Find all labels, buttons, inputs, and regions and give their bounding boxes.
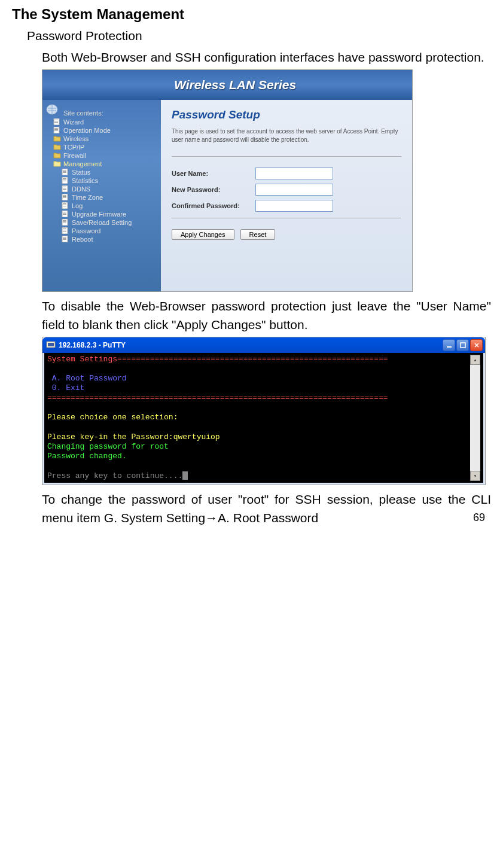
file-icon (62, 185, 69, 192)
form-label: New Password: (172, 186, 255, 193)
web-browser-screenshot: Wireless LAN Series Site contents: Wizar… (42, 69, 491, 292)
sidebar-item-label: Time Zone (72, 194, 103, 201)
web-content-panel: Password Setup This page is used to set … (161, 100, 412, 292)
terminal-line (47, 461, 469, 471)
scrollbar[interactable]: ▴ ▾ (470, 355, 480, 481)
new-password-input[interactable] (255, 184, 333, 196)
sidebar-item-label: Reboot (72, 236, 93, 243)
page-number: 69 (473, 511, 485, 524)
svg-rect-37 (62, 227, 68, 234)
svg-rect-43 (63, 238, 66, 239)
content-title: Password Setup (172, 108, 401, 121)
putty-screenshot: 192.168.2.3 - PuTTY System Settings=====… (42, 337, 491, 485)
reset-button[interactable]: Reset (240, 229, 276, 240)
sidebar-item-save-reload-setting[interactable]: Save/Reload Setting (45, 218, 158, 227)
svg-rect-11 (63, 171, 66, 172)
sidebar-item-wizard[interactable]: Wizard (45, 118, 158, 126)
svg-rect-34 (63, 220, 66, 221)
svg-rect-15 (63, 179, 66, 180)
terminal-line: Password changed. (47, 452, 469, 461)
form-row: User Name: (172, 167, 401, 179)
sidebar-item-label: Operation Mode (63, 127, 111, 134)
svg-rect-3 (54, 121, 58, 121)
folder-icon (53, 152, 61, 159)
terminal-cursor (182, 471, 188, 480)
svg-rect-2 (54, 120, 58, 120)
svg-rect-14 (63, 178, 66, 179)
svg-rect-42 (63, 237, 66, 237)
svg-rect-38 (63, 229, 66, 229)
sidebar-item-upgrade-firmware[interactable]: Upgrade Firmware (45, 210, 158, 218)
apply-changes-button[interactable]: Apply Changes (172, 229, 234, 240)
file-icon (62, 202, 69, 209)
terminal-line: A. Root Password (47, 374, 469, 383)
divider (172, 218, 401, 218)
sidebar-item-status[interactable]: Status (45, 168, 158, 176)
terminal-line (47, 403, 469, 413)
minimize-button[interactable] (443, 339, 455, 351)
sidebar-item-reboot[interactable]: Reboot (45, 235, 158, 243)
svg-rect-35 (63, 221, 66, 222)
file-icon (62, 211, 69, 217)
svg-rect-41 (62, 236, 68, 242)
svg-rect-26 (63, 203, 66, 204)
sidebar-item-time-zone[interactable]: Time Zone (45, 193, 158, 202)
putty-title-text: 192.168.2.3 - PuTTY (59, 341, 126, 349)
sidebar-item-ddns[interactable]: DDNS (45, 185, 158, 193)
divider (172, 156, 401, 157)
sidebar-item-tcp-ip[interactable]: TCP/IP (45, 143, 158, 151)
sidebar-item-operation-mode[interactable]: Operation Mode (45, 126, 158, 135)
svg-rect-8 (54, 130, 58, 131)
svg-rect-48 (461, 343, 465, 348)
sidebar-item-log[interactable]: Log (45, 202, 158, 210)
sidebar-item-label: Firewall (63, 152, 86, 159)
form-row: New Password: (172, 184, 401, 196)
paragraph-2: To disable the Web-Browser password prot… (42, 297, 491, 334)
page-heading: The System Management (12, 6, 491, 23)
folder-icon (53, 160, 61, 167)
sidebar-item-label: Log (72, 202, 83, 209)
svg-rect-27 (63, 205, 66, 205)
file-icon (62, 177, 69, 184)
close-button[interactable] (470, 339, 483, 351)
maximize-button[interactable] (456, 339, 469, 351)
terminal-line: System Settings=========================… (47, 355, 469, 364)
svg-rect-22 (63, 195, 66, 196)
sidebar-item-label: Password (72, 227, 100, 234)
sidebar-item-firewall[interactable]: Firewall (45, 151, 158, 160)
sidebar-item-wireless[interactable]: Wireless (45, 135, 158, 143)
putty-app-icon (46, 341, 56, 349)
svg-rect-47 (447, 346, 452, 348)
content-description: This page is used to set the account to … (172, 127, 401, 144)
file-icon (62, 227, 69, 234)
svg-rect-24 (63, 197, 66, 198)
paragraph-3: To change the password of user "root" fo… (42, 490, 491, 528)
svg-rect-29 (62, 211, 68, 217)
web-sidebar: Site contents: WizardOperation ModeWirel… (42, 100, 161, 292)
svg-rect-4 (54, 122, 58, 123)
scroll-down-arrow[interactable]: ▾ (470, 471, 480, 481)
sidebar-item-statistics[interactable]: Statistics (45, 176, 158, 185)
form-label: Confirmed Password: (172, 202, 255, 209)
sidebar-item-management[interactable]: Management (45, 160, 158, 168)
terminal-line: Please choice one selection: (47, 413, 469, 422)
svg-rect-1 (54, 118, 59, 125)
terminal-line: ========================================… (47, 394, 469, 403)
svg-rect-16 (63, 181, 66, 181)
svg-rect-23 (63, 196, 66, 197)
file-icon (62, 169, 69, 175)
sidebar-item-label: Statistics (72, 177, 98, 184)
svg-rect-5 (54, 127, 59, 133)
svg-rect-20 (63, 189, 66, 190)
svg-rect-33 (62, 219, 68, 226)
sidebar-item-password[interactable]: Password (45, 227, 158, 235)
user-name-input[interactable] (255, 167, 333, 179)
svg-rect-19 (63, 188, 66, 188)
svg-rect-40 (63, 231, 66, 232)
svg-rect-12 (63, 172, 66, 173)
svg-rect-36 (63, 223, 66, 223)
confirmed-password-input[interactable] (255, 200, 333, 212)
terminal-line: 0. Exit (47, 383, 469, 393)
sidebar-item-label: TCP/IP (63, 144, 84, 151)
scroll-up-arrow[interactable]: ▴ (470, 355, 480, 365)
